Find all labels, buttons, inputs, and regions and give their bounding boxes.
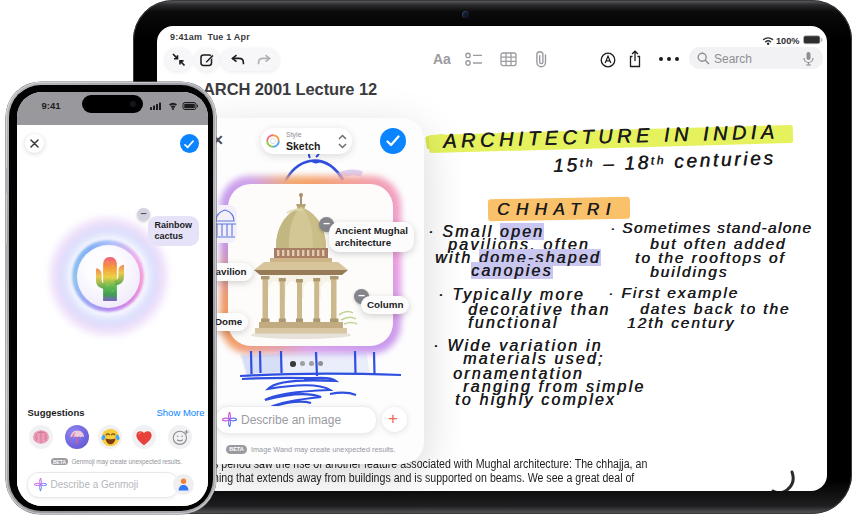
svg-text:100%: 100% bbox=[776, 36, 800, 46]
